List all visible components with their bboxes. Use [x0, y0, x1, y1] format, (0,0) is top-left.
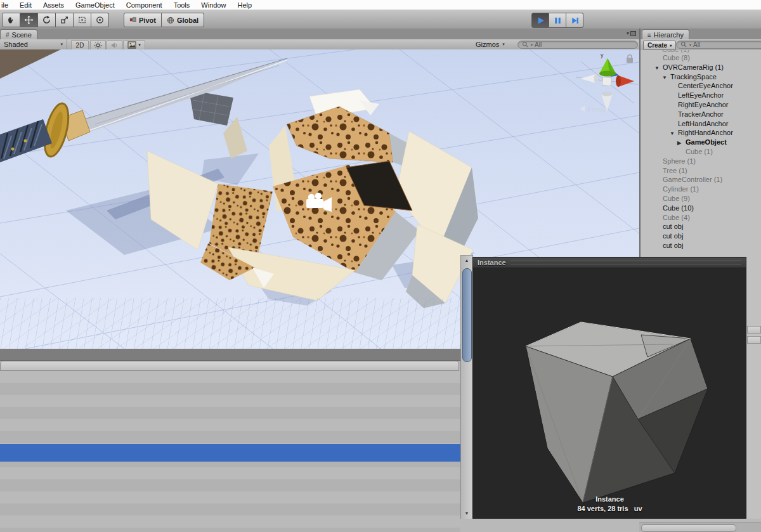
titlebar-lines [511, 261, 741, 264]
chevron-down-icon: ▾ [531, 42, 533, 47]
horizontal-scrollbar[interactable] [639, 522, 761, 532]
hierarchy-item[interactable]: Cylinder (1) [641, 185, 761, 194]
global-toggle-button[interactable]: Global [162, 13, 204, 27]
gizmo-center-cube[interactable] [602, 77, 611, 86]
hierarchy-item-label: OVRCameraRig (1) [663, 63, 724, 71]
hierarchy-item[interactable]: Sphere (1) [641, 157, 761, 166]
hierarchy-item-label: LeftHandAnchor [678, 120, 729, 127]
step-button[interactable] [566, 13, 583, 28]
menu-item[interactable]: Window [195, 1, 231, 9]
play-button[interactable] [531, 13, 549, 28]
instance-window-titlebar[interactable]: Instance [473, 257, 746, 268]
scene-tab-icon: # [6, 32, 10, 39]
menu-item[interactable]: Component [120, 1, 168, 9]
hierarchy-item[interactable]: Cube (1) [641, 147, 761, 157]
gizmos-dropdown[interactable]: Gizmos ▾ [476, 39, 512, 49]
selected-row-highlight[interactable] [0, 444, 460, 462]
hierarchy-item[interactable]: GameController (1) [641, 175, 761, 185]
scene-panel-menu[interactable]: ▾ [627, 30, 636, 36]
hierarchy-toolbar: Create ▾ ▾ All [641, 39, 761, 51]
rotate-tool-button[interactable] [38, 13, 56, 27]
tab-row: # Scene ▾ ≡ Hierarchy [0, 29, 761, 39]
menu-item[interactable]: Assets [37, 1, 70, 9]
pause-icon [553, 16, 563, 25]
scroll-up-icon[interactable]: ▲ [461, 258, 472, 263]
menu-item[interactable]: Help [231, 1, 257, 9]
tab-hierarchy[interactable]: ≡ Hierarchy [642, 29, 689, 40]
2d-toggle-button[interactable]: 2D [71, 40, 89, 50]
rect-tool-button[interactable] [74, 13, 91, 27]
pause-button[interactable] [549, 13, 566, 28]
instance-preview-viewport[interactable]: Instance 84 verts, 28 tris uv [474, 268, 746, 518]
hierarchy-item[interactable]: Cube (8) [641, 53, 761, 63]
hierarchy-item[interactable]: Cube (10) [641, 204, 761, 213]
hierarchy-item[interactable]: cut obj [641, 241, 761, 250]
hierarchy-item-label: Cube (9) [663, 195, 690, 202]
hierarchy-item[interactable]: ▼RightHandAnchor [641, 128, 761, 138]
panel-divider-strip[interactable] [0, 349, 460, 361]
play-icon [536, 16, 545, 25]
hierarchy-item[interactable]: Tree (1) [641, 166, 761, 176]
hierarchy-item-label: LeftEyeAnchor [678, 91, 724, 99]
create-button[interactable]: Create ▾ [643, 41, 676, 50]
hand-tool-button[interactable] [2, 13, 20, 27]
transform-tools-group [2, 13, 109, 27]
rotate-tool-icon [42, 15, 51, 25]
move-tool-icon [24, 15, 34, 25]
scale-tool-button[interactable] [56, 13, 74, 27]
hierarchy-item[interactable]: ▼OVRCameraRig (1) [641, 63, 761, 72]
hierarchy-item-label: GameObject [686, 138, 727, 146]
hierarchy-item-label: Cube (8) [663, 54, 690, 62]
create-label: Create [647, 42, 667, 49]
hierarchy-item[interactable]: LeftEyeAnchor [641, 91, 761, 100]
hierarchy-item-label: TrackerAnchor [678, 110, 724, 118]
instance-window-title: Instance [478, 259, 506, 266]
hierarchy-item[interactable]: CenterEyeAnchor [641, 81, 761, 91]
shading-mode-label: Shaded [4, 41, 28, 48]
hierarchy-item-label: cut obj [663, 242, 683, 249]
bottom-panel-header[interactable] [0, 361, 459, 371]
scene-search-input[interactable]: ▾ All [517, 41, 638, 49]
hierarchy-item[interactable]: RightEyeAnchor [641, 100, 761, 110]
hierarchy-item[interactable]: Cube (4) [641, 213, 761, 223]
scene-tab-label: Scene [12, 31, 32, 39]
hierarchy-item[interactable]: cut obj [641, 231, 761, 241]
menu-item[interactable]: Edit [14, 1, 37, 9]
panel-menu-icon [630, 31, 636, 36]
shading-mode-dropdown[interactable]: Shaded ▾ [0, 39, 67, 49]
chevron-down-icon: ▾ [60, 42, 63, 47]
pivot-toggle-button[interactable]: Pivot [124, 13, 162, 27]
vertical-scrollbar[interactable]: ▲ ▼ [460, 255, 473, 520]
hierarchy-item[interactable]: ▼TrackingSpace [641, 72, 761, 82]
menu-item[interactable]: Tools [168, 1, 196, 9]
chevron-down-icon: ▾ [502, 42, 505, 47]
hierarchy-item-label: Sphere (1) [663, 157, 696, 165]
instance-preview-window: Instance [472, 257, 746, 519]
mesh-stats-label: 84 verts, 28 tris uv [474, 505, 746, 512]
hierarchy-search-input[interactable]: ▾ All [676, 41, 761, 49]
scrollbar-thumb[interactable] [641, 524, 736, 532]
hierarchy-item[interactable]: cut obj [641, 222, 761, 231]
tab-scene[interactable]: # Scene [0, 29, 37, 40]
window-fragment [747, 336, 761, 344]
scene-effects-button[interactable]: ▾ [123, 40, 145, 50]
menu-item[interactable]: ile [0, 1, 14, 9]
main-toolbar: Pivot Global [0, 10, 761, 29]
move-tool-button[interactable] [20, 13, 38, 27]
hierarchy-search-value: All [693, 41, 700, 48]
menu-bar: ileEditAssetsGameObjectComponentToolsWin… [0, 0, 761, 10]
menu-item[interactable]: GameObject [70, 1, 120, 9]
hierarchy-item[interactable]: TrackerAnchor [641, 110, 761, 119]
scene-audio-button[interactable] [107, 40, 122, 50]
chevron-down-icon: ▾ [670, 43, 672, 48]
scene-lighting-button[interactable] [90, 40, 106, 50]
custom-tool-button[interactable] [91, 13, 109, 27]
scrollbar-thumb[interactable] [462, 268, 472, 362]
hierarchy-item[interactable]: ▶GameObject [641, 138, 761, 147]
hierarchy-item[interactable]: Cube (9) [641, 194, 761, 204]
hierarchy-tree: Cube (8) ▼OVRCameraRig (1) ▼TrackingSpac… [641, 53, 761, 250]
scale-tool-icon [60, 15, 69, 25]
scroll-down-icon[interactable]: ▼ [461, 511, 472, 516]
persp-label[interactable]: Persp [587, 105, 607, 113]
hierarchy-item[interactable]: LeftHandAnchor [641, 119, 761, 129]
